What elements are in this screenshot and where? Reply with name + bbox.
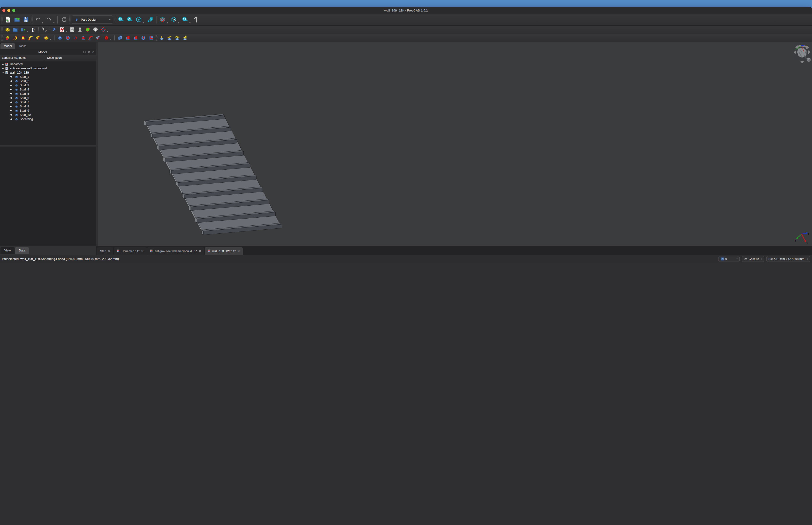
- pad-button[interactable]: [4, 35, 11, 41]
- create-part-button[interactable]: [4, 27, 11, 33]
- toolbar-drag-handle[interactable]: [1, 35, 3, 41]
- whats-this-button[interactable]: ?: [41, 27, 47, 33]
- linear-pattern-button[interactable]: [166, 35, 173, 41]
- visibility-eye-icon[interactable]: [10, 105, 13, 108]
- pocket-button[interactable]: [57, 35, 63, 41]
- visibility-eye-icon[interactable]: [10, 101, 13, 104]
- sync-view-dropdown-icon[interactable]: ▾: [189, 21, 191, 25]
- title-bar[interactable]: wall_10ft_12ft - FreeCAD 1.0.2: [0, 7, 406, 14]
- tree-item-stud-10[interactable]: Stud_10: [0, 113, 96, 117]
- undo-button[interactable]: [34, 16, 42, 24]
- tree-item-stud-8[interactable]: Stud_8: [0, 104, 96, 108]
- toolbar-drag-handle[interactable]: [155, 35, 157, 41]
- additive-loft-button[interactable]: [20, 35, 26, 41]
- open-document-button[interactable]: [13, 16, 21, 24]
- mirrored-button[interactable]: [158, 35, 165, 41]
- redo-dropdown-icon[interactable]: ▾: [53, 21, 55, 25]
- draft-button[interactable]: [140, 35, 147, 41]
- toolbar-drag-handle[interactable]: [1, 27, 3, 33]
- close-tab-icon[interactable]: ✕: [108, 249, 110, 253]
- close-tab-icon[interactable]: ✕: [141, 249, 144, 253]
- hole-button[interactable]: [64, 35, 71, 41]
- document-tab-start[interactable]: Start✕: [97, 247, 113, 255]
- subtractive-primitive-dropdown-icon[interactable]: ▾: [110, 38, 112, 42]
- column-labels-attributes[interactable]: Labels & Attributes: [0, 55, 45, 61]
- document-tab-antigrav-ose-wall-macrobuild-1-[interactable]: antigrav ose wall macrobuild : 1*✕: [147, 247, 204, 255]
- thickness-button[interactable]: [148, 35, 154, 41]
- align-view-to-selection-button[interactable]: [146, 16, 154, 24]
- create-group-button[interactable]: [12, 27, 18, 33]
- export-dropdown-icon[interactable]: ▾: [27, 30, 29, 34]
- redo-button[interactable]: [45, 16, 53, 24]
- expression-editor-button[interactable]: {}: [30, 27, 36, 33]
- tab-tasks[interactable]: Tasks: [16, 43, 30, 49]
- close-panel-icon[interactable]: ✕: [92, 50, 94, 54]
- tab-model[interactable]: Model: [0, 43, 15, 49]
- multitransform-button[interactable]: [182, 35, 188, 41]
- validate-sketch-button[interactable]: [85, 27, 91, 33]
- dock-panel-icon[interactable]: ▢: [83, 50, 86, 54]
- tree-item-stud-9[interactable]: Stud_9: [0, 108, 96, 113]
- zoom-to-selection-button[interactable]: [126, 16, 134, 24]
- tree-item-wall-10ft-12ft[interactable]: ▼wall_10ft_12ft: [0, 71, 96, 75]
- axonometric-view-dropdown-icon[interactable]: ▾: [143, 21, 145, 25]
- tree-item-stud-5[interactable]: Stud_5: [0, 92, 96, 96]
- toolbar-drag-handle[interactable]: [48, 27, 50, 33]
- edit-sketch-button[interactable]: [69, 27, 75, 33]
- subtractive-helix-button[interactable]: [95, 35, 102, 41]
- close-window-button[interactable]: [2, 9, 5, 12]
- visibility-eye-icon[interactable]: [10, 118, 13, 121]
- subtractive-primitive-button[interactable]: [103, 35, 110, 41]
- clipping-plane-button[interactable]: [158, 16, 166, 24]
- expander-closed-icon[interactable]: ▶: [1, 63, 5, 65]
- expander-open-icon[interactable]: ▼: [1, 72, 5, 74]
- visibility-eye-icon[interactable]: [10, 96, 13, 100]
- chamfer-button[interactable]: [132, 35, 139, 41]
- workbench-selector[interactable]: Part Design▾: [72, 15, 113, 24]
- undo-dropdown-icon[interactable]: ▾: [42, 21, 44, 25]
- box-selection-dropdown-icon[interactable]: ▾: [178, 21, 180, 25]
- visibility-eye-icon[interactable]: [10, 80, 13, 82]
- create-sketch-button[interactable]: [59, 27, 65, 33]
- refresh-button[interactable]: [60, 16, 68, 24]
- expander-closed-icon[interactable]: ▶: [1, 68, 5, 70]
- 3d-viewport[interactable]: FRONT BOTTOM RIGHT: [98, 42, 406, 246]
- additive-helix-button[interactable]: [35, 35, 42, 41]
- visibility-eye-icon[interactable]: [10, 84, 13, 87]
- revolution-button[interactable]: [12, 35, 18, 41]
- create-sketch-dropdown-icon[interactable]: ▾: [66, 30, 68, 34]
- boolean-operation-button[interactable]: [117, 35, 123, 41]
- column-description[interactable]: Description: [45, 55, 96, 61]
- tree-item-sheathing[interactable]: Sheathing: [0, 117, 96, 121]
- panel-horizontal-splitter[interactable]: [0, 145, 96, 146]
- export-button[interactable]: [20, 27, 26, 33]
- toolbar-drag-handle[interactable]: [31, 15, 33, 24]
- document-tab-wall-10ft-12ft-1-[interactable]: wall_10ft_12ft : 1*✕: [205, 247, 243, 255]
- tree-item-antigrav-ose-wall-macrobuild[interactable]: ▶antigrav ose wall macrobuild: [0, 66, 96, 71]
- subtractive-loft-button[interactable]: [80, 35, 87, 41]
- visibility-eye-icon[interactable]: [10, 109, 13, 112]
- tree-item-stud-3[interactable]: Stud_3: [0, 83, 96, 87]
- sync-view-button[interactable]: [181, 16, 189, 24]
- tree-item-stud-6[interactable]: Stud_6: [0, 96, 96, 100]
- subtractive-pipe-button[interactable]: [88, 35, 94, 41]
- groove-button[interactable]: [72, 35, 79, 41]
- create-body-button[interactable]: [51, 27, 58, 33]
- toolbar-drag-handle[interactable]: [114, 15, 116, 24]
- additive-primitive-button[interactable]: [43, 35, 49, 41]
- tab-view[interactable]: View: [0, 247, 15, 254]
- additive-pipe-button[interactable]: [28, 35, 34, 41]
- visibility-eye-icon[interactable]: [10, 114, 13, 116]
- document-tab-unnamed-1-[interactable]: Unnamed : 1*✕: [114, 247, 147, 255]
- minimize-window-button[interactable]: [7, 9, 10, 12]
- zoom-window-button[interactable]: [12, 9, 15, 12]
- close-tab-icon[interactable]: ✕: [237, 249, 240, 253]
- tree-item-stud-4[interactable]: Stud_4: [0, 87, 96, 92]
- tab-data[interactable]: Data: [15, 247, 29, 254]
- create-datum-button[interactable]: [100, 27, 106, 33]
- close-tab-icon[interactable]: ✕: [199, 249, 201, 253]
- clipping-plane-dropdown-icon[interactable]: ▾: [167, 21, 169, 25]
- box-selection-button[interactable]: [170, 16, 178, 24]
- tree-item-stud-7[interactable]: Stud_7: [0, 100, 96, 104]
- toolbar-drag-handle[interactable]: [69, 15, 71, 24]
